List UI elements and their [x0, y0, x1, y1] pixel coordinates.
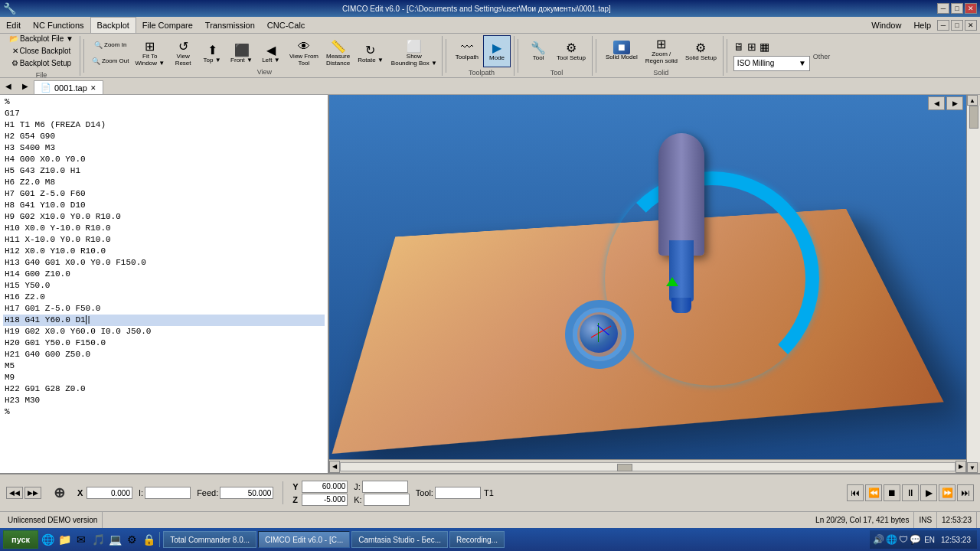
maximize-button[interactable]: □	[951, 3, 963, 14]
rotate-button[interactable]: ↻ Rotate ▼	[354, 37, 387, 70]
taskbar-icon-computer[interactable]: 💻	[107, 532, 122, 547]
k-value-input[interactable]	[364, 494, 410, 506]
tab-nav-next[interactable]: ▶	[17, 77, 34, 94]
mode-button[interactable]: ▶ Mode	[483, 35, 511, 67]
y-value-input[interactable]	[302, 481, 348, 493]
scroll-right-button[interactable]: ▶	[956, 461, 966, 473]
3d-viewport[interactable]: ▲ ▼ ◀ ▶ ◀ ▶	[329, 95, 980, 473]
play-button[interactable]: ▶	[920, 484, 937, 501]
scroll-down-button[interactable]: ▼	[967, 462, 978, 473]
tab-bar: ◀ ▶ 📄 0001.tap ✕	[0, 78, 980, 95]
tray-icon-network[interactable]: 🌐	[886, 534, 897, 545]
nav-prev-button[interactable]: ◀◀	[6, 487, 23, 499]
scroll-up-button[interactable]: ▲	[967, 95, 978, 106]
left-view-button[interactable]: ◀ Left ▼	[257, 37, 285, 70]
tool-value-input[interactable]	[435, 487, 481, 499]
other-icons[interactable]: 🖥 ⊞ ▦	[733, 41, 769, 53]
close-window-button[interactable]: ✕	[965, 3, 977, 14]
menu-nc-functions[interactable]: NC Functions	[27, 17, 90, 33]
i-value-input[interactable]	[145, 487, 191, 499]
play-to-start-button[interactable]: ⏮	[847, 484, 864, 501]
taskbar-icon-ie[interactable]: 🌐	[40, 532, 55, 547]
taskbar-icon-folder[interactable]: 📁	[57, 532, 72, 547]
menu-file-compare[interactable]: File Compare	[136, 17, 199, 33]
front-view-button[interactable]: ⬛ Front ▼	[227, 37, 256, 70]
zoom-regen-button[interactable]: ⊞ Zoom /Regen solid	[642, 35, 681, 67]
x-value-input[interactable]	[87, 487, 132, 499]
j-value-input[interactable]	[362, 481, 408, 493]
fit-to-window-button[interactable]: ⊞ Fit ToWindow ▼	[132, 37, 168, 70]
folder-icon: 📂	[9, 34, 18, 43]
keyboard-layout[interactable]: EN	[923, 536, 936, 544]
menu-transmission[interactable]: Transmission	[199, 17, 261, 33]
monitor-icon: 🖥	[733, 41, 744, 53]
taskbar-icon-misc[interactable]: 🔒	[141, 532, 156, 547]
play-back-fast-button[interactable]: ⏪	[865, 484, 882, 501]
minimize-button[interactable]: ─	[937, 3, 949, 14]
zoom-in-icon: 🔍	[94, 41, 103, 49]
tool-button[interactable]: 🔧 Tool	[524, 35, 552, 67]
view-from-tool-button[interactable]: 👁 View FromTool	[286, 37, 322, 70]
taskbar-recording[interactable]: Recording...	[449, 531, 505, 548]
code-editor[interactable]: % G17 H1 T1 M6 (FREZA D14) H2 G54 G90 H3…	[0, 95, 329, 473]
fast-forward-button[interactable]: ⏩	[939, 484, 956, 501]
menu-restore[interactable]: □	[951, 20, 963, 31]
menu-close[interactable]: ✕	[965, 20, 977, 31]
grid-icon: ⊞	[747, 41, 756, 53]
taskbar-total-commander[interactable]: Total Commander 8.0...	[163, 531, 256, 548]
show-bounding-box-button[interactable]: ⬜ ShowBounding Box ▼	[388, 37, 440, 70]
taskbar-cimco-edit[interactable]: CIMCO Edit v6.0 - [C...	[258, 531, 350, 548]
start-button[interactable]: пуск	[3, 530, 38, 549]
stop-button[interactable]: ⏹	[884, 484, 900, 501]
menu-window-controls[interactable]: ─ □ ✕	[937, 20, 977, 31]
vp-nav-prev[interactable]: ◀	[928, 96, 945, 110]
play-to-end-button[interactable]: ⏭	[957, 484, 974, 501]
taskbar-camtasia[interactable]: Camtasia Studio - Бес...	[351, 531, 448, 548]
k-row: K:	[354, 494, 409, 506]
menu-cnc-calc[interactable]: CNC-Calc	[261, 17, 312, 33]
zoom-out-button[interactable]: 🔍 Zoom Out	[89, 54, 132, 69]
scroll-thumb-h[interactable]	[617, 464, 632, 471]
toolpath-button[interactable]: 〰 Toolpath	[452, 35, 482, 67]
scroll-thumb-v[interactable]	[969, 106, 978, 129]
coordinate-indicator	[580, 315, 618, 353]
top-view-button[interactable]: ⬆ Top ▼	[198, 37, 226, 70]
tray-icon-security[interactable]: 🛡	[899, 534, 908, 545]
backplot-setup-button[interactable]: ⚙ Backplot Setup	[8, 57, 74, 70]
taskbar-icon-mail[interactable]: ✉	[74, 532, 89, 547]
window-controls[interactable]: ─ □ ✕	[937, 3, 977, 14]
z-value-input[interactable]	[302, 494, 348, 506]
code-line-m5: M5	[3, 360, 325, 372]
menu-edit[interactable]: Edit	[0, 17, 27, 33]
code-line-h22: H22 G91 G28 Z0.0	[3, 383, 325, 395]
vp-nav-next[interactable]: ▶	[946, 96, 963, 110]
menu-window[interactable]: Window	[865, 19, 907, 31]
view-reset-button[interactable]: ↺ ViewReset	[169, 37, 197, 70]
milling-type-dropdown[interactable]: ISO Milling ▼	[733, 56, 810, 71]
file-tab-0001[interactable]: 📄 0001.tap ✕	[34, 80, 103, 94]
code-line-h10: H10 X0.0 Y-10.0 R10.0	[3, 223, 325, 234]
menu-backplot[interactable]: Backplot	[90, 17, 136, 33]
tray-icon-misc[interactable]: 💬	[910, 534, 921, 545]
backplot-file-button[interactable]: 📂 Backplot File ▼	[6, 33, 77, 45]
toolbar-file-row3: ⚙ Backplot Setup	[8, 57, 74, 70]
tab-nav-prev[interactable]: ◀	[0, 77, 17, 94]
solid-setup-button[interactable]: ⚙ Solid Setup	[682, 35, 720, 67]
menu-minimize[interactable]: ─	[937, 20, 949, 31]
menu-help[interactable]: Help	[907, 19, 937, 31]
zoom-in-button[interactable]: 🔍 Zoom In	[89, 37, 132, 53]
code-line-h16: H16 Z2.0	[3, 292, 325, 303]
system-tray: 🔊 🌐 🛡 💬 EN 12:53:23	[870, 530, 977, 549]
scroll-left-button[interactable]: ◀	[329, 461, 340, 473]
taskbar-icon-media[interactable]: 🎵	[90, 532, 106, 547]
feed-value-input[interactable]	[220, 487, 273, 499]
solid-model-button[interactable]: ■ Solid Model	[603, 35, 641, 67]
tool-setup-button[interactable]: ⚙ Tool Setup	[554, 35, 589, 67]
tab-close-button[interactable]: ✕	[90, 84, 96, 92]
taskbar-icon-settings[interactable]: ⚙	[124, 532, 139, 547]
close-backplot-button[interactable]: ✕ Close Backplot	[9, 45, 74, 57]
nav-next-button[interactable]: ▶▶	[24, 487, 41, 499]
tray-icon-volume[interactable]: 🔊	[873, 534, 884, 545]
measure-distance-button[interactable]: 📏 MeasureDistance	[323, 37, 353, 70]
pause-button[interactable]: ⏸	[902, 484, 919, 501]
